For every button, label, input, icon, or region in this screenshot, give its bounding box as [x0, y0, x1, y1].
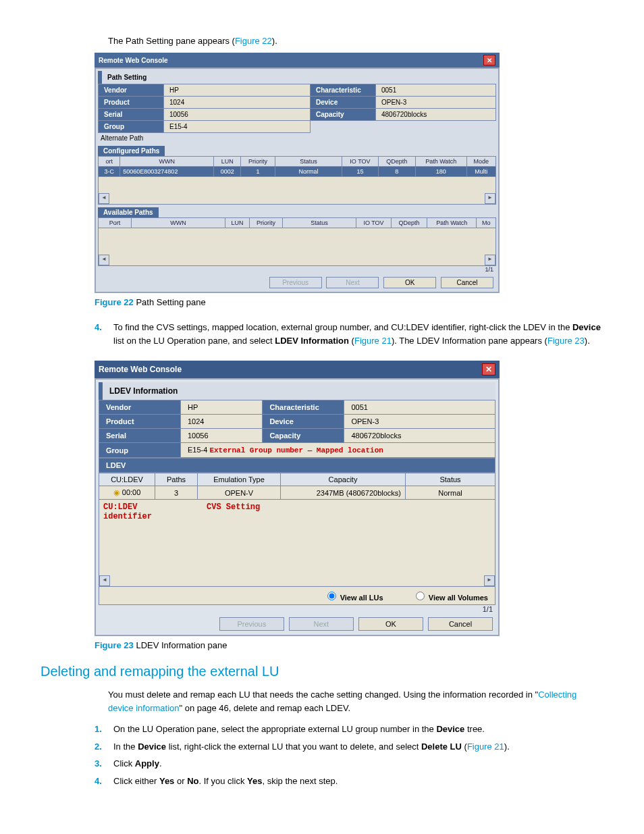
culdev-cell: ◉ 00:00: [99, 486, 155, 500]
available-paths-label: Available Paths: [98, 207, 159, 217]
characteristic-value: 0051: [376, 84, 496, 97]
group-value: E15-4: [164, 121, 311, 133]
product-label: Product: [99, 97, 164, 109]
view-radio-row: View all LUs View all Volumes: [99, 587, 495, 605]
close-icon[interactable]: ✕: [483, 55, 495, 66]
col-status[interactable]: Status: [406, 473, 495, 486]
figure-23-caption: Figure 23 LDEV Information pane: [95, 640, 603, 650]
device-label: Device: [263, 415, 344, 429]
scroll-right-icon[interactable]: ►: [485, 255, 495, 265]
next-button[interactable]: Next: [326, 277, 379, 288]
configured-paths-grid: ort WWN LUN Priority Status IO TOV QDept…: [98, 156, 496, 177]
device-value: OPEN-3: [344, 415, 495, 429]
characteristic-label: Characteristic: [311, 84, 376, 97]
configured-paths-empty: ◄ ►: [98, 177, 496, 205]
figure-22-caption: Figure 22 Path Setting pane: [95, 297, 603, 307]
delete-step-2: 2. In the Device list, right-click the e…: [95, 740, 603, 754]
step-number: 4.: [95, 775, 107, 788]
step-4: 4. To find the CVS settings, mapped loca…: [95, 321, 603, 347]
intro-after: ).: [272, 36, 277, 46]
ldev-grid: CU:LDEV Paths Emulation Type Capacity St…: [99, 473, 495, 500]
table-row[interactable]: ◉ 00:00 3 OPEN-V 2347MB (4806720blocks) …: [99, 486, 495, 500]
cancel-button[interactable]: Cancel: [441, 277, 493, 288]
device-label: Device: [311, 97, 376, 109]
col2-pathwatch[interactable]: Path Watch: [427, 218, 477, 228]
col2-mode[interactable]: Mo: [477, 218, 496, 228]
col-status[interactable]: Status: [275, 157, 342, 167]
cancel-button[interactable]: Cancel: [428, 617, 493, 631]
page-indicator: 1/1: [99, 605, 495, 613]
scroll-left-icon[interactable]: ◄: [99, 193, 109, 204]
col-port[interactable]: ort: [99, 157, 120, 167]
col2-priority[interactable]: Priority: [249, 218, 282, 228]
group-value: E15-4 External Group number — Mapped loc…: [181, 443, 495, 458]
ok-button[interactable]: OK: [383, 277, 436, 288]
intro-link[interactable]: Figure 22: [235, 36, 272, 46]
previous-button[interactable]: Previous: [269, 277, 322, 288]
configured-paths-label: Configured Paths: [98, 146, 165, 156]
col-qdepth[interactable]: QDepth: [378, 157, 415, 167]
figure-23-link[interactable]: Figure 23: [547, 336, 585, 346]
serial-value: 10056: [164, 109, 311, 121]
info-table: Vendor HP Characteristic 0051 Product 10…: [99, 400, 495, 458]
scroll-left-icon[interactable]: ◄: [99, 575, 110, 586]
col2-status[interactable]: Status: [282, 218, 356, 228]
vendor-label: Vendor: [99, 84, 164, 97]
product-value: 1024: [164, 97, 311, 109]
table-row[interactable]: 3-C 50060E8003274802 0002 1 Normal 15 8 …: [99, 167, 496, 177]
figure-21-link[interactable]: Figure 21: [467, 741, 504, 752]
group-label: Group: [99, 121, 164, 133]
capacity-label: Capacity: [263, 429, 344, 443]
col-mode[interactable]: Mode: [466, 157, 495, 167]
intro-text: The Path Setting pane appears (Figure 22…: [108, 36, 603, 46]
col-iotov[interactable]: IO TOV: [342, 157, 379, 167]
col2-qdepth[interactable]: QDepth: [392, 218, 427, 228]
step-number: 1.: [95, 723, 107, 736]
step-number: 3.: [95, 757, 107, 771]
characteristic-value: 0051: [344, 400, 495, 415]
col-priority[interactable]: Priority: [241, 157, 275, 167]
scroll-right-icon[interactable]: ►: [484, 575, 495, 586]
view-all-volumes-radio[interactable]: View all Volumes: [412, 594, 488, 602]
col-capacity[interactable]: Capacity: [281, 473, 406, 486]
scroll-right-icon[interactable]: ►: [485, 193, 495, 204]
col-wwn[interactable]: WWN: [120, 157, 214, 167]
col-culdev[interactable]: CU:LDEV: [99, 473, 155, 486]
next-button[interactable]: Next: [289, 617, 354, 631]
figure-23-label: Figure 23: [95, 640, 134, 650]
col-emulation[interactable]: Emulation Type: [198, 473, 281, 486]
ok-button[interactable]: OK: [358, 617, 423, 631]
vendor-label: Vendor: [99, 400, 181, 415]
col2-port[interactable]: Port: [99, 218, 132, 228]
alternate-path-label: Alternate Path: [98, 133, 496, 143]
col-lun[interactable]: LUN: [214, 157, 241, 167]
device-value: OPEN-3: [376, 97, 496, 109]
delete-step-1: 1. On the LU Operation pane, select the …: [95, 723, 603, 736]
step-number: 4.: [95, 321, 107, 347]
close-icon[interactable]: ✕: [482, 363, 495, 375]
col2-lun[interactable]: LUN: [225, 218, 250, 228]
culdev-annotation: CU:LDEV identifier: [103, 502, 164, 521]
col2-iotov[interactable]: IO TOV: [356, 218, 391, 228]
section-heading: Deleting and remapping the external LU: [41, 664, 603, 679]
figure-22-screenshot: Remote Web Console ✕ Path Setting Vendor…: [95, 53, 500, 293]
figure-21-link[interactable]: Figure 21: [354, 336, 392, 346]
serial-label: Serial: [99, 109, 164, 121]
info-table: Vendor HP Characteristic 0051 Product 10…: [98, 84, 496, 133]
col2-wwn[interactable]: WWN: [132, 218, 225, 228]
group-annotation: External Group number — Mapped location: [209, 446, 383, 454]
previous-button[interactable]: Previous: [219, 617, 284, 631]
section-paragraph: You must delete and remap each LU that n…: [108, 688, 603, 714]
view-all-lus-radio[interactable]: View all LUs: [324, 594, 383, 602]
scroll-left-icon[interactable]: ◄: [99, 255, 109, 265]
cvs-annotation: CVS Setting: [207, 502, 260, 512]
col-paths[interactable]: Paths: [155, 473, 198, 486]
characteristic-label: Characteristic: [263, 400, 344, 415]
product-label: Product: [99, 415, 181, 429]
step-number: 2.: [95, 740, 107, 754]
page-indicator: 1/1: [98, 266, 496, 273]
col-pathwatch[interactable]: Path Watch: [415, 157, 466, 167]
product-value: 1024: [181, 415, 263, 429]
vendor-value: HP: [181, 400, 263, 415]
serial-value: 10056: [181, 429, 263, 443]
